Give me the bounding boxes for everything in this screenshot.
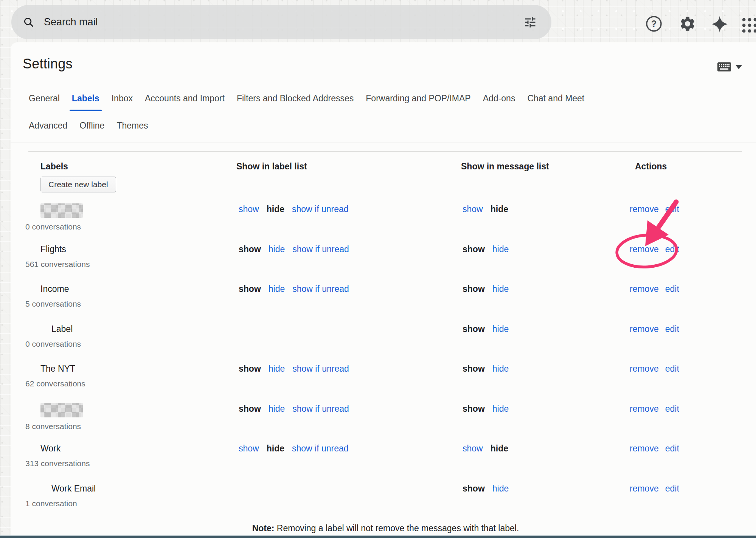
remove-link[interactable]: remove bbox=[630, 443, 659, 454]
column-header-actions: Actions bbox=[630, 159, 748, 174]
hide-link[interactable]: hide bbox=[492, 283, 509, 295]
show-option[interactable]: show bbox=[463, 243, 485, 255]
show-in-label-list-options: showhideshow if unread bbox=[235, 443, 458, 479]
input-tools-toggle[interactable] bbox=[717, 62, 742, 72]
show-in-message-list-options: showhide bbox=[458, 443, 630, 479]
edit-link[interactable]: edit bbox=[665, 403, 679, 415]
show-option[interactable]: show bbox=[463, 323, 485, 335]
show-link[interactable]: show bbox=[463, 443, 483, 454]
hide-link[interactable]: hide bbox=[492, 403, 509, 415]
column-header-show-in-label-list: Show in label list bbox=[235, 159, 458, 174]
show-if-unread-link[interactable]: show if unread bbox=[292, 283, 349, 295]
show-option[interactable]: show bbox=[463, 403, 485, 415]
settings-gear-icon[interactable] bbox=[679, 15, 696, 33]
hide-link[interactable]: hide bbox=[269, 283, 285, 295]
label-name: Label bbox=[23, 323, 235, 335]
column-header-labels: Labels bbox=[23, 159, 235, 174]
edit-link[interactable]: edit bbox=[665, 243, 679, 255]
conversations-count: 62 conversations bbox=[23, 379, 235, 389]
show-option[interactable]: show bbox=[463, 483, 485, 495]
edit-link[interactable]: edit bbox=[665, 283, 679, 295]
note-prefix: Note: bbox=[252, 523, 275, 533]
show-link[interactable]: show bbox=[239, 203, 259, 215]
conversations-count: 561 conversations bbox=[23, 259, 235, 269]
edit-link[interactable]: edit bbox=[665, 443, 679, 454]
show-link[interactable]: show bbox=[239, 443, 259, 454]
hide-option[interactable]: hide bbox=[267, 443, 284, 454]
tab-forwarding-and-pop-imap[interactable]: Forwarding and POP/IMAP bbox=[365, 92, 471, 111]
show-if-unread-link[interactable]: show if unread bbox=[292, 363, 349, 375]
actions-options: removeedit bbox=[630, 403, 748, 440]
tab-offline[interactable]: Offline bbox=[79, 119, 105, 138]
show-option[interactable]: show bbox=[239, 283, 261, 295]
label-row: The NYT 62 conversations showhideshow if… bbox=[23, 360, 748, 400]
show-in-label-list-options: showhideshow if unread bbox=[235, 363, 458, 400]
show-if-unread-link[interactable]: show if unread bbox=[292, 243, 349, 255]
edit-link[interactable]: edit bbox=[665, 483, 679, 495]
show-in-message-list-options: showhide bbox=[458, 483, 630, 519]
remove-link[interactable]: remove bbox=[630, 483, 659, 495]
remove-link[interactable]: remove bbox=[630, 283, 659, 295]
edit-link[interactable]: edit bbox=[665, 363, 679, 375]
settings-tabs-row1: GeneralLabelsInboxAccounts and ImportFil… bbox=[28, 92, 585, 111]
hide-link[interactable]: hide bbox=[269, 403, 285, 415]
remove-link[interactable]: remove bbox=[630, 363, 659, 375]
show-if-unread-link[interactable]: show if unread bbox=[292, 203, 349, 215]
show-option[interactable]: show bbox=[239, 363, 261, 375]
edit-link[interactable]: edit bbox=[665, 323, 679, 335]
show-option[interactable]: show bbox=[463, 283, 485, 295]
tab-filters-and-blocked-addresses[interactable]: Filters and Blocked Addresses bbox=[236, 92, 354, 111]
tab-inbox[interactable]: Inbox bbox=[111, 92, 133, 111]
remove-link[interactable]: remove bbox=[630, 203, 659, 215]
label-row: Label 0 conversations showhide removeedi… bbox=[23, 320, 748, 360]
show-link[interactable]: show bbox=[463, 203, 483, 215]
tab-chat-and-meet[interactable]: Chat and Meet bbox=[527, 92, 585, 111]
search-input[interactable]: Search mail bbox=[11, 5, 551, 39]
edit-link[interactable]: edit bbox=[665, 203, 679, 215]
help-icon[interactable]: ? bbox=[645, 15, 663, 33]
tab-accounts-and-import[interactable]: Accounts and Import bbox=[144, 92, 225, 111]
show-if-unread-link[interactable]: show if unread bbox=[292, 403, 349, 415]
actions-options: removeedit bbox=[630, 443, 748, 479]
hide-link[interactable]: hide bbox=[492, 243, 509, 255]
hide-option[interactable]: hide bbox=[491, 203, 508, 215]
actions-options: removeedit bbox=[630, 323, 748, 360]
apps-grid-icon[interactable] bbox=[740, 15, 756, 33]
show-option[interactable]: show bbox=[463, 363, 485, 375]
settings-card: Settings GeneralLabelsInboxAccounts and … bbox=[11, 42, 756, 535]
tab-advanced[interactable]: Advanced bbox=[28, 119, 68, 138]
hide-link[interactable]: hide bbox=[492, 323, 509, 335]
actions-options: removeedit bbox=[630, 203, 748, 240]
tab-general[interactable]: General bbox=[28, 92, 60, 111]
tab-labels[interactable]: Labels bbox=[71, 92, 100, 111]
conversations-count: 5 conversations bbox=[23, 299, 235, 309]
search-icon bbox=[23, 16, 35, 28]
remove-link[interactable]: remove bbox=[630, 323, 659, 335]
search-options-icon[interactable] bbox=[523, 16, 537, 29]
show-option[interactable]: show bbox=[239, 243, 261, 255]
gemini-sparkle-icon[interactable] bbox=[711, 15, 728, 33]
redacted-label-name bbox=[40, 203, 83, 218]
show-in-message-list-options: showhide bbox=[458, 283, 630, 320]
hide-link[interactable]: hide bbox=[492, 483, 509, 495]
hide-option[interactable]: hide bbox=[491, 443, 508, 454]
note-text: Removing a label will not remove the mes… bbox=[274, 523, 519, 533]
create-new-label-button[interactable]: Create new label bbox=[40, 177, 116, 192]
show-if-unread-link[interactable]: show if unread bbox=[292, 443, 349, 454]
actions-options: removeedit bbox=[630, 243, 748, 280]
hide-link[interactable]: hide bbox=[492, 363, 509, 375]
remove-link[interactable]: remove bbox=[630, 403, 659, 415]
tab-add-ons[interactable]: Add-ons bbox=[483, 92, 516, 111]
show-option[interactable]: show bbox=[239, 403, 261, 415]
remove-link[interactable]: remove bbox=[630, 243, 659, 255]
column-header-show-in-message-list: Show in message list bbox=[458, 159, 630, 174]
show-in-message-list-options: showhide bbox=[458, 243, 630, 280]
hide-link[interactable]: hide bbox=[269, 363, 285, 375]
show-in-message-list-options: showhide bbox=[458, 363, 630, 400]
tab-themes[interactable]: Themes bbox=[116, 119, 148, 138]
hide-link[interactable]: hide bbox=[269, 243, 285, 255]
hide-option[interactable]: hide bbox=[267, 203, 284, 215]
show-in-label-list-options: showhideshow if unread bbox=[235, 283, 458, 320]
show-in-label-list-options: showhideshow if unread bbox=[235, 203, 458, 240]
label-name: Work Email bbox=[23, 483, 235, 495]
